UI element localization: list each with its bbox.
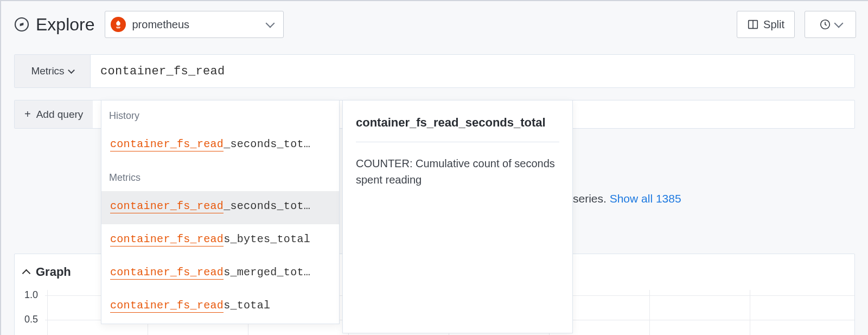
metric-detail-title: container_fs_read_seconds_total [356, 116, 559, 130]
divider [356, 142, 559, 142]
metric-detail-description: COUNTER: Cumulative count of seconds spe… [356, 155, 559, 188]
matched-prefix: container_fs_read [110, 138, 224, 151]
chevron-up-icon [22, 269, 31, 277]
split-label: Split [763, 18, 784, 31]
add-query-button[interactable]: + Add query [15, 100, 93, 128]
show-all-link[interactable]: Show all 1385 [610, 192, 681, 205]
gridline-vertical [750, 290, 750, 335]
matched-prefix: container_fs_read [110, 200, 224, 213]
datasource-name: prometheus [132, 18, 190, 31]
autocomplete-item[interactable]: container_fs_reads_bytes_total [101, 224, 339, 257]
metrics-label: Metrics [31, 65, 64, 77]
chevron-down-icon [834, 19, 843, 28]
datasource-picker[interactable]: prometheus [105, 11, 284, 38]
below-query-area: + Add query Historycontainer_fs_read_sec… [14, 100, 855, 335]
clock-icon [819, 18, 831, 30]
suffix-text: _seconds_tot… [224, 138, 310, 150]
explore-title-group: Explore [13, 15, 95, 35]
autocomplete-item[interactable]: container_fs_reads_merged_tot… [101, 257, 339, 290]
split-columns-icon [747, 18, 759, 30]
plus-icon: + [24, 108, 31, 121]
query-panel: Metrics + Add query Historycontainer_fs_… [14, 54, 855, 335]
suffix-text: s_bytes_total [224, 233, 310, 245]
autocomplete-item[interactable]: container_fs_read_seconds_tot… [101, 129, 339, 162]
metric-detail-popup: container_fs_read_seconds_total COUNTER:… [342, 100, 573, 333]
suffix-text: s_total [224, 299, 270, 312]
gridline-vertical [47, 290, 48, 335]
matched-prefix: container_fs_read [110, 233, 224, 246]
matched-prefix: container_fs_read [110, 266, 224, 280]
add-query-label: Add query [36, 109, 84, 121]
autocomplete-item[interactable]: container_fs_reads_total [101, 290, 339, 324]
prometheus-icon [111, 17, 126, 32]
chevron-down-icon [265, 19, 275, 28]
time-picker[interactable] [805, 11, 856, 38]
explore-toolbar: Explore prometheus Split [1, 1, 868, 54]
split-button[interactable]: Split [737, 11, 795, 38]
page-title: Explore [36, 15, 95, 35]
autocomplete-popup: Historycontainer_fs_read_seconds_tot…Met… [101, 100, 340, 324]
query-row: Metrics [14, 54, 855, 88]
suffix-text: s_merged_tot… [224, 266, 310, 279]
y-tick-label: 0.5 [24, 314, 38, 325]
gridline-vertical [649, 290, 650, 335]
autocomplete-item[interactable]: container_fs_read_seconds_tot… [101, 191, 339, 224]
section-metrics: Metrics [101, 162, 339, 191]
matched-prefix: container_fs_read [110, 299, 224, 313]
metrics-button[interactable]: Metrics [15, 55, 91, 87]
series-note-tail: series. [573, 192, 610, 205]
suffix-text: _seconds_tot… [224, 200, 310, 212]
query-input[interactable] [91, 55, 854, 87]
svg-marker-1 [20, 23, 24, 27]
chevron-down-icon [68, 67, 75, 74]
y-tick-label: 1.0 [24, 289, 38, 301]
graph-title: Graph [36, 265, 71, 279]
compass-icon [13, 16, 30, 33]
section-history: History [101, 100, 339, 129]
series-note: series. Show all 1385 [573, 192, 681, 205]
